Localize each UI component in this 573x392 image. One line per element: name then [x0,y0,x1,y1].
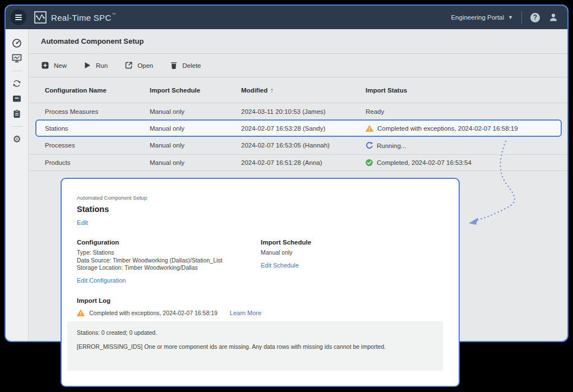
learn-more-link[interactable]: Learn More [230,310,261,316]
import-log-output: Stations: 0 created; 0 updated. [ERROR_M… [67,321,443,371]
import-log-section: Import Log Completed with exceptions, 20… [77,297,443,371]
modified-cell: 2024-02-07 16:51:28 (Anna) [241,159,322,166]
warning-icon [77,310,85,316]
status-cell: Running... [366,142,406,149]
page-title-bar: Automated Component Setup [29,29,567,54]
schedule-cell: Manual only [150,108,184,115]
edit-configuration-link[interactable]: Edit Configuration [77,277,126,284]
schedule-cell: Manual only [150,159,184,166]
gear-icon[interactable]: ⚙ [11,133,22,145]
archive-icon[interactable] [11,93,22,104]
running-icon [366,142,373,149]
chevron-down-icon: ▼ [508,15,513,20]
config-storage-line: Storage Location: Timber Woodworking/Dal… [77,264,261,272]
import-schedule-value: Manual only [261,249,311,257]
portal-selector[interactable]: Engineering Portal ▼ [451,14,513,21]
column-header-import-schedule[interactable]: Import Schedule [150,87,200,94]
log-line: Stations: 0 created; 0 updated. [77,329,433,336]
column-header-modified[interactable]: Modified↑ [241,87,274,94]
sidebar-divider [11,126,22,127]
sync-icon[interactable] [11,78,22,89]
status-cell: Ready [366,108,384,115]
help-icon[interactable]: ? [530,13,540,22]
table-row[interactable]: Process Measures Manual only 2024-03-11 … [29,103,567,120]
configuration-section: Configuration Type: Stations Data Source… [77,239,261,285]
configuration-heading: Configuration [77,239,261,246]
delete-button[interactable]: Delete [170,62,201,69]
column-header-import-status[interactable]: Import Status [366,87,407,94]
new-button[interactable]: New [41,62,67,69]
detail-panel: Automated Component Setup Stations Edit … [61,178,460,387]
config-name-cell: Products [45,159,70,166]
app-logo-icon [34,11,47,24]
hamburger-menu-button[interactable] [11,10,26,25]
column-header-configuration-name[interactable]: Configuration Name [45,87,107,94]
table-row[interactable]: Processes Manual only 2024-02-07 16:53:0… [29,137,567,154]
table-row[interactable]: Products Manual only 2024-02-07 16:51:28… [29,154,567,172]
sort-ascending-icon: ↑ [270,87,274,94]
gauge-icon[interactable] [11,38,22,49]
play-icon [84,62,91,69]
clipboard-icon[interactable] [11,108,22,119]
import-log-status-text: Completed with exceptions, 2024-02-07 16… [89,310,218,316]
open-button[interactable]: Open [125,62,153,69]
app-header: Real-Time SPC™ Engineering Portal ▼ ? [6,6,567,29]
success-check-icon [366,159,373,166]
monitor-chart-icon[interactable] [11,53,22,64]
schedule-cell: Manual only [150,125,184,132]
status-cell: Completed, 2024-02-07 16:53:54 [366,159,472,166]
panel-title: Stations [77,205,443,214]
modified-cell: 2024-03-11 20:10:53 (James) [241,108,326,115]
user-account-icon[interactable] [548,12,558,22]
status-cell: Completed with exceptions, 2024-02-07 16… [366,125,518,132]
table-header-row: Configuration Name Import Schedule Modif… [29,77,567,103]
edit-schedule-link[interactable]: Edit Schedule [261,262,299,269]
table-row-selected[interactable]: Stations Manual only 2024-02-07 16:53:28… [29,120,567,137]
modified-cell: 2024-02-07 16:53:28 (Sandy) [241,125,325,132]
config-name-cell: Process Measures [45,108,98,115]
import-schedule-section: Import Schedule Manual only Edit Schedul… [261,239,311,285]
open-external-icon [125,62,132,69]
trademark: ™ [112,12,116,16]
import-schedule-heading: Import Schedule [261,239,311,246]
config-name-cell: Stations [45,125,68,132]
toolbar: New Run Open Delete [29,54,567,77]
header-divider [521,11,522,24]
run-button[interactable]: Run [84,62,108,69]
plus-square-icon [41,62,49,69]
sidebar-nav: ⚙ [6,29,29,341]
edit-link[interactable]: Edit [77,219,88,226]
warning-icon [366,125,373,132]
panel-eyebrow: Automated Component Setup [77,195,443,201]
modified-cell: 2024-02-07 16:53:05 (Hannah) [241,142,330,149]
app-name: Real-Time SPC™ [51,13,116,22]
import-log-heading: Import Log [77,297,443,304]
schedule-cell: Manual only [150,142,184,149]
sidebar-divider [11,71,22,71]
config-data-source-line: Data Source: Timber Woodworking (Dallas)… [77,257,261,265]
log-line: [ERROR_MISSING_IDS] One or more componen… [77,343,433,350]
portal-label: Engineering Portal [451,14,504,21]
config-name-cell: Processes [45,142,75,149]
trash-icon [170,62,177,69]
config-type-line: Type: Stations [77,249,261,257]
screenshot-root: { "header": { "app_name": "Real-Time SPC… [0,0,573,392]
page-title: Automated Component Setup [41,37,144,45]
